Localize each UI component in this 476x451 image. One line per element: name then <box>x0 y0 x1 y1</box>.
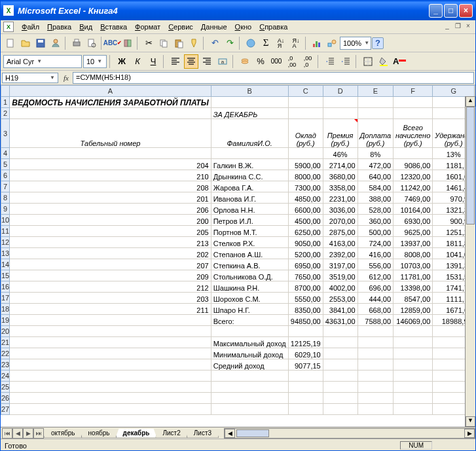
cell-C27[interactable] <box>288 404 323 415</box>
menu-данные[interactable]: Данные <box>197 22 231 32</box>
cell-A24[interactable] <box>10 370 211 382</box>
cell-B24[interactable] <box>211 370 288 382</box>
row-header-9[interactable]: 9 <box>1 204 10 215</box>
fill-color-button[interactable] <box>376 54 391 69</box>
cell-C26[interactable] <box>288 393 323 404</box>
cell-E9[interactable]: 528,00 <box>357 204 393 215</box>
row-header-27[interactable]: 27 <box>1 404 10 415</box>
doc-minimize-button[interactable]: _ <box>443 22 452 31</box>
spellcheck-button[interactable]: ABC✔ <box>105 36 120 50</box>
cell-A14[interactable]: 207 <box>10 259 211 270</box>
cell-C8[interactable]: 4850,00 <box>288 192 323 204</box>
menu-справка[interactable]: Справка <box>255 22 291 32</box>
copy-button[interactable] <box>156 36 171 50</box>
menu-файл[interactable]: Файл <box>18 22 43 32</box>
cell-D9[interactable]: 3036,00 <box>323 204 357 215</box>
cell-D14[interactable]: 3197,00 <box>323 259 357 270</box>
menu-формат[interactable]: Формат <box>131 22 164 32</box>
cell-E3[interactable]: Доплата (руб.) <box>357 119 393 148</box>
row-header-20[interactable]: 20 <box>1 326 10 337</box>
cell-E23[interactable] <box>357 359 393 370</box>
row-header-10[interactable]: 10 <box>1 215 10 226</box>
menu-окно[interactable]: Окно <box>231 22 256 32</box>
sheet-tab-ноябрь[interactable]: ноябрь <box>81 429 117 438</box>
fx-button[interactable]: fx <box>60 74 73 82</box>
cell-D1[interactable] <box>323 97 357 108</box>
sort-desc-button[interactable]: Я↓А <box>289 36 303 50</box>
format-painter-button[interactable] <box>187 36 201 50</box>
row-header-26[interactable]: 26 <box>1 393 10 404</box>
cell-F11[interactable]: 9625,00 <box>394 226 433 237</box>
cell-F27[interactable] <box>394 404 433 415</box>
cell-B12[interactable]: Стелков Р.Х. <box>211 237 288 248</box>
font-color-button[interactable]: A <box>392 54 407 69</box>
menu-правка[interactable]: Правка <box>43 22 75 32</box>
open-button[interactable] <box>18 36 33 50</box>
minimize-button[interactable]: _ <box>429 4 443 18</box>
row-header-24[interactable]: 24 <box>1 370 10 382</box>
cell-D15[interactable]: 3519,00 <box>323 270 357 281</box>
cell-D4[interactable]: 46% <box>323 148 357 159</box>
cell-E5[interactable]: 472,00 <box>357 159 393 170</box>
cell-C24[interactable] <box>288 370 323 382</box>
cell-B25[interactable] <box>211 382 288 393</box>
cell-A16[interactable]: 212 <box>10 281 211 293</box>
cell-A3[interactable]: Табельный номер <box>10 119 211 148</box>
cell-B1[interactable] <box>211 97 288 108</box>
font-name-dropdown[interactable]: Arial Cyr▼ <box>3 55 82 68</box>
cell-F18[interactable]: 12859,00 <box>394 304 433 315</box>
cut-button[interactable]: ✂ <box>141 36 156 50</box>
cell-F4[interactable] <box>394 148 433 159</box>
cell-F3[interactable]: Всего начислено (руб.) <box>394 119 433 148</box>
cell-B8[interactable]: Иванова И.Г. <box>211 192 288 204</box>
cell-B20[interactable] <box>211 326 288 337</box>
cell-B17[interactable]: Шорохов С.М. <box>211 293 288 304</box>
cell-D25[interactable] <box>323 382 357 393</box>
cell-F22[interactable] <box>394 348 433 359</box>
cell-D13[interactable]: 2392,00 <box>323 248 357 259</box>
research-button[interactable] <box>120 36 135 50</box>
hscroll-thumb[interactable] <box>236 429 269 437</box>
italic-button[interactable]: К <box>130 54 145 69</box>
cell-D10[interactable]: 2070,00 <box>323 215 357 226</box>
tab-next-button[interactable]: ▶ <box>23 428 33 439</box>
cell-B9[interactable]: Орлова Н.Н. <box>211 204 288 215</box>
row-header-19[interactable]: 19 <box>1 315 10 326</box>
cell-B14[interactable]: Степкина А.В. <box>211 259 288 270</box>
cell-F8[interactable]: 7469,00 <box>394 192 433 204</box>
increase-decimal-button[interactable]: ,0,00 <box>285 54 299 69</box>
cell-B4[interactable] <box>211 148 288 159</box>
cell-A15[interactable]: 209 <box>10 270 211 281</box>
cell-A19[interactable] <box>10 315 211 326</box>
cell-E10[interactable]: 360,00 <box>357 215 393 226</box>
cell-B26[interactable] <box>211 393 288 404</box>
cell-F7[interactable]: 11242,00 <box>394 181 433 192</box>
cell-E16[interactable]: 696,00 <box>357 281 393 293</box>
cell-A22[interactable] <box>10 348 211 359</box>
cell-F13[interactable]: 8008,00 <box>394 248 433 259</box>
cell-A2[interactable] <box>10 108 211 119</box>
autosum-button[interactable]: Σ <box>259 36 273 50</box>
redo-button[interactable]: ↷ <box>223 36 237 50</box>
cell-D12[interactable]: 4163,00 <box>323 237 357 248</box>
menu-вид[interactable]: Вид <box>75 22 96 32</box>
vscroll-thumb[interactable] <box>466 107 475 225</box>
cell-E21[interactable] <box>357 337 393 348</box>
cell-A5[interactable]: 204 <box>10 159 211 170</box>
tab-first-button[interactable]: ⏮ <box>2 428 12 439</box>
cell-F15[interactable]: 11781,00 <box>394 270 433 281</box>
cell-A27[interactable] <box>10 404 211 415</box>
cell-B11[interactable]: Портнов М.Т. <box>211 226 288 237</box>
cell-E2[interactable] <box>357 108 393 119</box>
formula-bar[interactable]: =СУММ(H5:H18) <box>73 72 474 84</box>
cell-B7[interactable]: Жарова Г.А. <box>211 181 288 192</box>
cell-B23[interactable]: Средний доход <box>211 359 288 370</box>
cell-E6[interactable]: 640,00 <box>357 170 393 181</box>
cell-C16[interactable]: 8700,00 <box>288 281 323 293</box>
column-header-B[interactable]: B <box>211 86 288 97</box>
row-header-23[interactable]: 23 <box>1 359 10 370</box>
menu-сервис[interactable]: Сервис <box>164 22 197 32</box>
cell-D11[interactable]: 2875,00 <box>323 226 357 237</box>
cell-E19[interactable]: 7588,00 <box>357 315 393 326</box>
cell-B13[interactable]: Степанов А.Ш. <box>211 248 288 259</box>
